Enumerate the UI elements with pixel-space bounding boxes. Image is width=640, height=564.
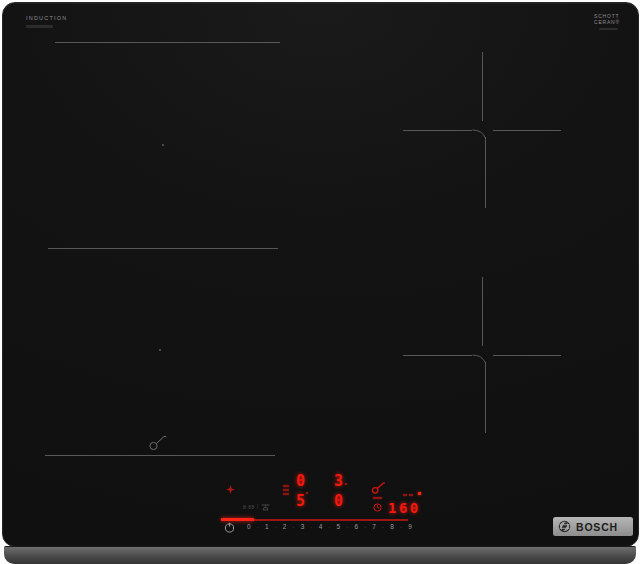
power-level-6[interactable]: 6 xyxy=(354,524,358,531)
induction-label: INDUCTION xyxy=(26,15,67,21)
scale-separator: · xyxy=(346,524,348,530)
bosch-badge: BOSCH xyxy=(553,517,633,536)
min-indicator xyxy=(409,494,413,496)
legend-divider: | xyxy=(257,504,259,509)
power-icon[interactable] xyxy=(224,522,235,533)
bosch-logo-text: BOSCH xyxy=(576,521,618,533)
power-level-scale: 0 · 1 · 2 · 3 · 4 · 5 · 6 · 7 · 8 · 9 xyxy=(247,524,412,531)
zone-cross-line xyxy=(493,355,561,356)
model-number-text xyxy=(26,25,53,28)
zone-cross-line xyxy=(482,52,483,121)
power-level-1[interactable]: 1 xyxy=(265,524,269,531)
power-level-0[interactable]: 0 xyxy=(247,524,251,531)
scale-separator: · xyxy=(310,524,312,530)
hob-glass-surface xyxy=(2,2,639,547)
zone-power-display-bottom-left[interactable]: 5 xyxy=(296,494,305,509)
zone-cross-line xyxy=(403,355,472,356)
power-level-9[interactable]: 9 xyxy=(408,524,412,531)
power-level-2[interactable]: 2 xyxy=(283,524,287,531)
timer-icon xyxy=(373,503,382,512)
power-level-5[interactable]: 5 xyxy=(337,524,341,531)
scale-icon xyxy=(261,504,270,511)
min-indicator xyxy=(403,494,407,496)
flexzone-bottom-line xyxy=(45,455,275,456)
product-photo: INDUCTION SCHOTT CERAN® xyxy=(0,0,640,564)
scale-separator: · xyxy=(400,524,402,530)
zone-cross-line xyxy=(493,130,561,131)
scale-separator: · xyxy=(293,524,295,530)
zone-cross-line xyxy=(482,277,483,346)
timer-active-dot xyxy=(418,492,421,495)
power-level-4[interactable]: 4 xyxy=(319,524,323,531)
scale-separator: · xyxy=(382,524,384,530)
power-level-8[interactable]: 8 xyxy=(390,524,394,531)
menu-dash-icon xyxy=(283,485,289,487)
zone-indicator-dot xyxy=(306,492,308,494)
ceran-label: CERAN® xyxy=(594,19,620,25)
flexzone-top-line xyxy=(55,42,280,43)
zone-indicator-dot xyxy=(345,483,347,485)
menu-dash-icon xyxy=(283,493,289,495)
power-level-7[interactable]: 7 xyxy=(372,524,376,531)
assist-underline xyxy=(373,497,382,499)
power-level-3[interactable]: 3 xyxy=(301,524,305,531)
wireless-indicator-icon xyxy=(226,485,235,494)
zone-power-display-top-right[interactable]: 3 xyxy=(334,474,343,489)
zone-cross-line xyxy=(403,130,472,131)
zone-cross-line xyxy=(485,362,486,433)
zone-cross-elbow xyxy=(472,129,487,139)
scale-separator: · xyxy=(364,524,366,530)
zone-power-display-bottom-right[interactable]: 0 xyxy=(334,494,343,509)
zone-cross-elbow xyxy=(472,354,487,364)
menu-dash-icon xyxy=(283,489,289,491)
bosch-emblem-icon xyxy=(558,520,571,533)
schott-subtext xyxy=(599,28,618,30)
scale-separator: · xyxy=(275,524,277,530)
scale-separator: · xyxy=(257,524,259,530)
flexzone-middle-line xyxy=(48,248,278,249)
cooking-sensor-icon xyxy=(148,434,169,452)
zone-center-dot xyxy=(162,144,164,146)
power-slider-active-segment xyxy=(221,518,254,521)
zone-center-dot xyxy=(159,349,161,351)
assisted-cooking-icon xyxy=(371,481,387,495)
zone-power-display-top-left[interactable]: 0 xyxy=(296,474,305,489)
zone-cross-line xyxy=(485,137,486,208)
scale-separator: · xyxy=(328,524,330,530)
timer-display[interactable]: 160 xyxy=(388,501,421,515)
front-trim-strip xyxy=(4,546,636,564)
timer-legend-label: 8:88 xyxy=(243,505,255,510)
